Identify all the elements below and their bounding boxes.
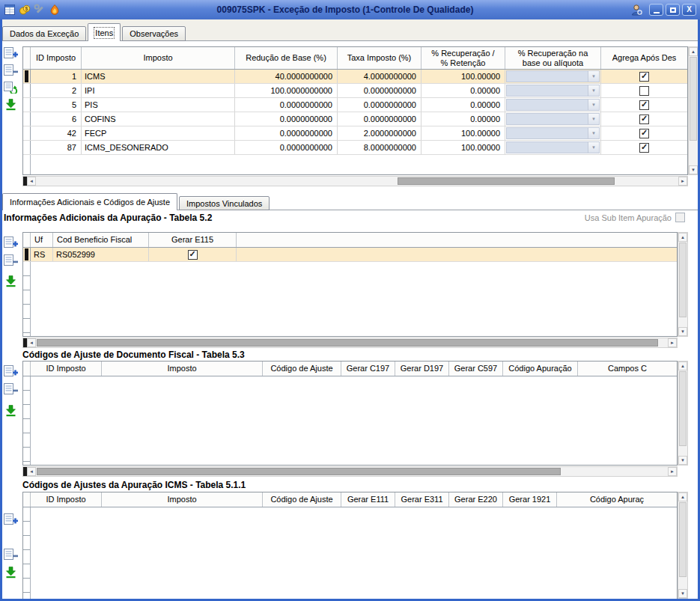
tab-informacoes-adicionais[interactable]: Informações Adicionais e Códigos de Ajus… [2, 193, 177, 210]
scroll-up-icon[interactable]: ▲ [678, 233, 687, 242]
codigos-apuracao-vertical-scrollbar[interactable]: ▲ ▼ [678, 492, 688, 599]
table-row[interactable]: RS RS052999 ✓ [23, 248, 677, 262]
add-row-icon[interactable] [4, 513, 18, 525]
scrollbar-thumb[interactable] [679, 371, 687, 446]
agrega-checkbox-cell[interactable]: ✓ [601, 98, 687, 112]
cell-cod-beneficio[interactable]: RS052999 [53, 248, 149, 261]
header-codigo-ajuste[interactable]: Código de Ajuste [263, 492, 341, 507]
scroll-right-icon[interactable]: ► [668, 338, 677, 347]
header-imposto[interactable]: Imposto [102, 361, 263, 376]
header-id-imposto[interactable]: ID Imposto [31, 361, 102, 376]
cell-imposto[interactable]: IPI [82, 84, 235, 97]
header-recuperacao[interactable]: % Recuperação / % Retenção [421, 47, 505, 69]
combo-arrow-icon[interactable]: ▼ [588, 142, 599, 153]
table-row[interactable]: 87 ICMS_DESONERADO 0.0000000000 8.000000… [23, 141, 687, 155]
table-row[interactable]: 6 COFINS 0.0000000000 0.0000000000 0.000… [23, 112, 687, 126]
scroll-right-icon[interactable]: ► [668, 467, 677, 476]
agrega-checkbox-cell[interactable]: ✓ [601, 70, 687, 83]
cell-imposto[interactable]: PIS [82, 98, 235, 112]
combo-arrow-icon[interactable]: ▼ [588, 114, 599, 124]
tab-itens[interactable]: Itens [88, 23, 121, 41]
agrega-checkbox[interactable]: ✓ [639, 86, 649, 96]
cell-recuperacao[interactable]: 0.00000 [421, 112, 505, 126]
tab-dados-da-excecao[interactable]: Dados da Exceção [2, 26, 86, 41]
table-row[interactable]: 1 ICMS 40.0000000000 4.0000000000 100.00… [23, 70, 687, 84]
close-button[interactable]: X [682, 4, 696, 16]
table-row[interactable]: 42 FECP 0.0000000000 2.0000000000 100.00… [23, 126, 687, 141]
header-agrega[interactable]: Agrega Após Des [601, 47, 687, 69]
cell-recuperacao[interactable]: 100.00000 [421, 141, 505, 154]
recuperacao-base-dropdown[interactable]: ▼ [505, 70, 601, 83]
table-row[interactable]: 2 IPI 100.0000000000 0.0000000000 0.0000… [23, 84, 687, 98]
combo-arrow-icon[interactable]: ▼ [588, 85, 599, 96]
header-cod-beneficio[interactable]: Cod Beneficio Fiscal [53, 233, 149, 247]
recuperacao-base-dropdown[interactable]: ▼ [505, 126, 601, 140]
scrollbar-thumb[interactable] [679, 242, 687, 317]
scroll-up-icon[interactable]: ▲ [689, 47, 698, 56]
codigos-documento-horizontal-scrollbar[interactable]: ◄ ► [22, 466, 678, 477]
tax-grid-horizontal-scrollbar[interactable]: ◄ ► [22, 176, 688, 186]
cell-imposto[interactable]: FECP [82, 126, 235, 140]
delete-row-icon[interactable] [4, 64, 18, 76]
cell-imposto[interactable]: ICMS [82, 70, 235, 83]
minimize-button[interactable] [649, 4, 663, 16]
delete-row-icon[interactable] [4, 548, 18, 561]
cell-taxa[interactable]: 0.0000000000 [338, 112, 421, 126]
scroll-right-icon[interactable]: ► [678, 177, 687, 186]
header-campos[interactable]: Campos C [578, 361, 677, 376]
scroll-down-icon[interactable]: ▼ [689, 165, 698, 174]
refresh-grid-icon[interactable] [4, 81, 18, 94]
delete-row-icon[interactable] [4, 254, 18, 266]
cell-id-imposto[interactable]: 2 [31, 84, 82, 97]
header-gerar-e111[interactable]: Gerar E111 [341, 492, 395, 507]
scroll-left-icon[interactable]: ◄ [27, 338, 36, 347]
informacoes-grid-vertical-scrollbar[interactable]: ▲ ▼ [678, 232, 688, 337]
scrollbar-thumb[interactable] [37, 339, 658, 347]
header-gerar-e115[interactable]: Gerar E115 [149, 233, 237, 247]
header-imposto[interactable]: Imposto [82, 47, 235, 69]
scrollbar-thumb[interactable] [398, 177, 615, 185]
agrega-checkbox-cell[interactable]: ✓ [601, 126, 687, 140]
cell-recuperacao[interactable]: 100.00000 [421, 126, 505, 140]
tax-grid-vertical-scrollbar[interactable]: ▲ ▼ [688, 46, 699, 175]
recuperacao-base-dropdown[interactable]: ▼ [505, 84, 601, 97]
cell-id-imposto[interactable]: 1 [31, 70, 82, 83]
header-gerar-e311[interactable]: Gerar E311 [395, 492, 449, 507]
title-bar[interactable]: 009075SPK - Exceção de Imposto (1-Contro… [0, 0, 700, 19]
add-row-icon[interactable] [4, 364, 18, 377]
scroll-left-icon[interactable]: ◄ [27, 177, 36, 186]
header-id-imposto[interactable]: ID Imposto [31, 47, 82, 69]
header-uf[interactable]: Uf [31, 233, 53, 247]
agrega-checkbox-cell[interactable]: ✓ [601, 112, 687, 126]
agrega-checkbox[interactable]: ✓ [639, 72, 649, 82]
tab-observacoes[interactable]: Observações [122, 26, 186, 41]
cell-taxa[interactable]: 8.0000000000 [338, 141, 421, 154]
recuperacao-base-dropdown[interactable]: ▼ [505, 112, 601, 126]
cell-taxa[interactable]: 0.0000000000 [338, 98, 421, 112]
recuperacao-base-dropdown[interactable]: ▼ [505, 141, 601, 154]
agrega-checkbox[interactable]: ✓ [639, 100, 649, 110]
cell-taxa[interactable]: 0.0000000000 [338, 84, 421, 97]
cell-reducao[interactable]: 0.0000000000 [235, 98, 338, 112]
go-last-record-icon[interactable] [4, 566, 18, 579]
scroll-down-icon[interactable]: ▼ [678, 456, 687, 465]
scroll-up-icon[interactable]: ▲ [678, 361, 687, 370]
scroll-up-icon[interactable]: ▲ [678, 492, 687, 501]
header-imposto[interactable]: Imposto [102, 492, 263, 507]
cell-reducao[interactable]: 0.0000000000 [235, 141, 338, 154]
agrega-checkbox-cell[interactable]: ✓ [601, 84, 687, 97]
header-gerar-c597[interactable]: Gerar C597 [449, 361, 503, 376]
agrega-checkbox-cell[interactable]: ✓ [601, 141, 687, 154]
combo-arrow-icon[interactable]: ▼ [588, 100, 599, 110]
codigos-documento-vertical-scrollbar[interactable]: ▲ ▼ [678, 361, 688, 466]
user-search-icon[interactable] [630, 4, 643, 16]
cell-id-imposto[interactable]: 87 [31, 141, 82, 154]
cell-recuperacao[interactable]: 100.00000 [421, 70, 505, 83]
go-last-record-icon[interactable] [4, 275, 18, 287]
header-reducao-base[interactable]: Redução de Base (%) [235, 47, 338, 69]
agrega-checkbox[interactable]: ✓ [639, 115, 649, 124]
header-taxa-imposto[interactable]: Taxa Imposto (%) [338, 47, 421, 69]
cell-taxa[interactable]: 2.0000000000 [338, 126, 421, 140]
gerar-e115-checkbox[interactable]: ✓ [188, 250, 198, 260]
header-codigo-apuracao[interactable]: Código Apuração [503, 361, 578, 376]
